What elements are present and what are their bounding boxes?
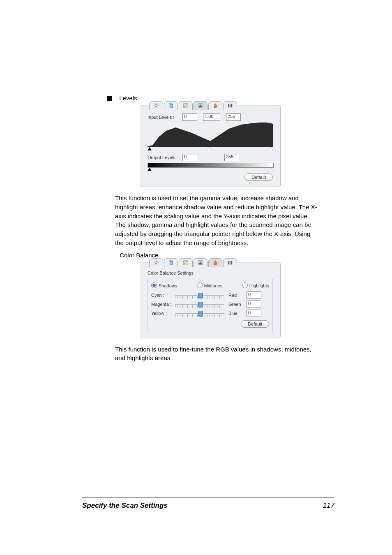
- tab-hue[interactable]: [164, 258, 178, 267]
- tab-histogram[interactable]: [194, 101, 208, 110]
- svg-rect-19: [231, 104, 233, 108]
- radio-off-icon: [197, 282, 203, 288]
- output-hi-handle-icon[interactable]: [269, 168, 273, 171]
- tab-hsl[interactable]: [223, 258, 237, 267]
- cb-row-yellow: Yellow : Blue 0: [151, 310, 269, 317]
- cb-left-label: Magenta :: [151, 302, 175, 307]
- svg-rect-15: [201, 106, 202, 108]
- cb-row-cyan: Cyan : Red 0: [151, 291, 269, 299]
- tab-brightness[interactable]: [149, 258, 163, 267]
- page-hue-icon: [168, 103, 174, 109]
- svg-rect-33: [199, 263, 200, 264]
- tab-curve[interactable]: [179, 258, 193, 267]
- hsl-icon: [227, 260, 233, 266]
- page-footer: Specify the Scan Settings 117: [82, 502, 334, 510]
- svg-rect-17: [228, 104, 229, 108]
- cb-slider-yellow[interactable]: [175, 310, 224, 317]
- slider-knob-icon[interactable]: [198, 293, 203, 298]
- bullet-outline-square-icon: [107, 253, 112, 258]
- svg-rect-30: [170, 261, 173, 265]
- radio-shadows[interactable]: Shadows: [151, 282, 177, 288]
- shadow-handle-icon[interactable]: [148, 147, 152, 150]
- input-lo-field[interactable]: 0: [182, 113, 197, 121]
- tab-histogram[interactable]: [194, 258, 208, 267]
- svg-line-8: [157, 104, 158, 104]
- svg-line-26: [157, 264, 158, 264]
- tab-hsl[interactable]: [223, 101, 237, 110]
- footer-title: Specify the Scan Settings: [82, 502, 168, 510]
- input-slider-handles[interactable]: [148, 147, 273, 150]
- cb-row-magenta: Magenta : Green 0: [151, 301, 269, 308]
- tab-hue[interactable]: [164, 101, 178, 110]
- gamma-handle-icon[interactable]: [207, 147, 211, 150]
- histogram-display: [148, 123, 273, 147]
- svg-rect-18: [230, 104, 231, 108]
- output-hi-field[interactable]: 255: [224, 154, 239, 161]
- cb-right-label: Red: [228, 293, 247, 298]
- cb-slider-cyan[interactable]: [175, 291, 224, 299]
- svg-rect-37: [228, 261, 229, 264]
- svg-point-0: [155, 104, 157, 106]
- svg-line-5: [154, 104, 155, 104]
- tab-color-drop[interactable]: [208, 101, 222, 110]
- bullet-square-icon: [107, 96, 112, 101]
- radio-on-icon: [151, 282, 157, 288]
- radio-off-icon: [242, 282, 248, 288]
- svg-rect-35: [201, 263, 202, 264]
- curve-icon: [183, 103, 189, 109]
- input-levels-label: Input Levels :: [148, 115, 182, 120]
- bullet-levels: Levels: [107, 95, 334, 102]
- cb-left-label: Cyan :: [151, 293, 175, 298]
- cb-left-label: Yellow :: [151, 311, 175, 316]
- output-slider-handles[interactable]: [148, 168, 273, 171]
- cb-value-magenta[interactable]: 0: [247, 301, 261, 308]
- cb-value-cyan[interactable]: 0: [247, 291, 261, 299]
- svg-line-27: [154, 264, 155, 264]
- page-hue-icon: [168, 260, 174, 266]
- svg-rect-34: [200, 261, 201, 264]
- histogram-shape-icon: [148, 123, 273, 147]
- brightness-icon: [153, 260, 159, 266]
- slider-knob-icon[interactable]: [198, 302, 203, 308]
- input-gamma-field[interactable]: 1.00: [203, 113, 220, 121]
- output-lo-handle-icon[interactable]: [148, 168, 152, 171]
- output-lo-field[interactable]: 0: [182, 154, 197, 161]
- levels-description: This function is used to set the gamma v…: [115, 194, 321, 247]
- panel-tabs-cb: [143, 258, 277, 267]
- cb-default-button[interactable]: Default: [241, 320, 269, 328]
- svg-point-16: [214, 105, 215, 106]
- input-hi-field[interactable]: 255: [226, 113, 241, 121]
- cb-description: This function is used to fine-tune the R…: [115, 345, 321, 363]
- cb-right-label: Blue: [228, 311, 247, 316]
- cb-value-yellow[interactable]: 0: [247, 310, 261, 317]
- tab-color-drop[interactable]: [208, 258, 222, 267]
- color-drop-icon: [212, 260, 218, 266]
- svg-point-36: [214, 261, 215, 263]
- color-balance-panel: Color Balance Settings Shadows Midtones …: [140, 262, 281, 338]
- color-drop-icon: [212, 103, 218, 109]
- radio-midtones[interactable]: Midtones: [197, 282, 223, 288]
- svg-line-6: [157, 107, 158, 107]
- svg-rect-39: [231, 261, 233, 264]
- svg-line-7: [154, 107, 155, 107]
- footer-rule: [82, 497, 334, 497]
- svg-rect-13: [199, 106, 200, 107]
- bullet-color-balance-label: Color Balance: [120, 252, 158, 259]
- svg-rect-10: [170, 104, 173, 108]
- slider-knob-icon[interactable]: [198, 311, 203, 317]
- histogram-icon: [198, 260, 203, 266]
- output-levels-label: Output Levels :: [148, 155, 182, 160]
- radio-highlights[interactable]: Highlights: [242, 282, 269, 288]
- tab-curve[interactable]: [179, 101, 193, 110]
- levels-panel: Input Levels : 0 1.00 255 Output Levels …: [140, 105, 281, 187]
- bullet-color-balance: Color Balance: [107, 252, 334, 259]
- cb-slider-magenta[interactable]: [175, 301, 224, 308]
- tab-brightness[interactable]: [149, 101, 163, 110]
- bullet-levels-label: Levels: [119, 95, 137, 102]
- levels-default-button[interactable]: Default: [244, 173, 273, 181]
- svg-rect-38: [230, 261, 231, 264]
- output-gradient: [148, 163, 274, 168]
- svg-line-25: [154, 261, 155, 261]
- highlight-handle-icon[interactable]: [269, 147, 273, 150]
- curve-icon: [183, 260, 189, 266]
